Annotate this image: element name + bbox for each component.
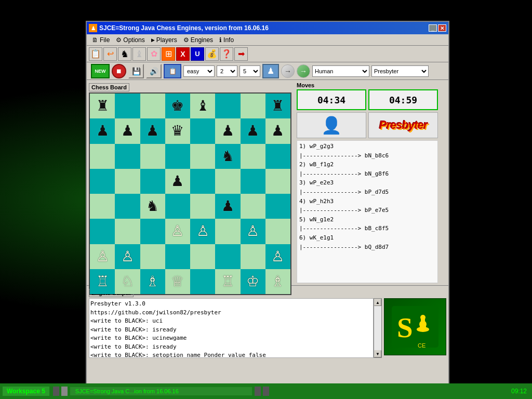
square-e1[interactable] <box>190 269 215 294</box>
square-f3[interactable] <box>215 219 240 244</box>
stop-button[interactable]: ⏹ <box>112 64 126 78</box>
sound-button[interactable]: 🔊 <box>146 64 162 78</box>
help-button[interactable]: ❓ <box>220 47 233 61</box>
black-engine-select[interactable]: PresbyterOther <box>371 65 429 77</box>
square-c7[interactable]: ♟ <box>140 118 165 143</box>
close-button[interactable]: ✕ <box>438 24 446 32</box>
export-button[interactable]: ➡ <box>234 47 248 61</box>
square-a6[interactable] <box>90 144 115 169</box>
square-h8[interactable]: ♜ <box>265 94 290 118</box>
menu-options[interactable]: ⚙ Options <box>113 35 148 45</box>
square-b7[interactable]: ♟ <box>115 118 140 143</box>
square-f2[interactable] <box>215 244 240 269</box>
square-b5[interactable] <box>115 169 140 194</box>
undo-button[interactable]: ↩ <box>103 47 117 61</box>
square-h6[interactable] <box>265 144 290 169</box>
log-button[interactable]: 📋 <box>89 47 102 61</box>
square-f4[interactable]: ♟ <box>215 194 240 219</box>
workspace-indicator-4[interactable] <box>263 387 269 396</box>
square-d3[interactable]: ♙ <box>165 219 190 244</box>
menu-players[interactable]: ▶ Players <box>148 35 180 45</box>
square-a2[interactable]: ♙ <box>90 244 115 269</box>
square-a8[interactable]: ♜ <box>90 94 115 118</box>
square-g1[interactable]: ♔ <box>241 269 265 294</box>
square-f8[interactable] <box>215 94 240 118</box>
mode-button[interactable]: 📋 <box>164 64 181 78</box>
square-e7[interactable] <box>190 118 215 143</box>
knight-button[interactable]: ♞ <box>118 47 131 61</box>
bishop-button[interactable]: ♝ <box>132 47 146 61</box>
square-g5[interactable] <box>241 169 265 194</box>
square-b4[interactable] <box>115 194 140 219</box>
save-button[interactable]: 💾 <box>128 64 144 78</box>
taskbar-app-button[interactable]: SJCE=Strong Java C...ion from 16.06.16 <box>70 387 252 395</box>
moves-list[interactable]: 1) wP_g2g3 |----------------> bN_b8c62) … <box>297 140 438 283</box>
x-button[interactable]: X <box>176 47 190 61</box>
square-h2[interactable]: ♙ <box>265 244 290 269</box>
square-c6[interactable] <box>140 144 165 169</box>
square-a1[interactable]: ♖ <box>90 269 115 294</box>
engine-scrollbar[interactable]: ▲ ▼ <box>374 298 382 358</box>
square-c1[interactable]: ♗ <box>140 269 165 294</box>
menu-info[interactable]: ℹ Info <box>216 35 237 45</box>
grid-button[interactable]: ⊞ <box>162 47 175 61</box>
square-d5[interactable]: ♟ <box>165 169 190 194</box>
square-g2[interactable] <box>241 244 265 269</box>
square-c4[interactable]: ♞ <box>140 194 165 219</box>
square-g6[interactable] <box>241 144 265 169</box>
level2-select[interactable]: 12345678 <box>240 65 260 77</box>
menu-file[interactable]: 🗎 File <box>89 35 113 45</box>
square-d6[interactable] <box>165 144 190 169</box>
engine-output-text[interactable]: Presbyter v1.3.0https://github.com/jwils… <box>89 298 374 358</box>
menu-engines[interactable]: ⚙ Engines <box>180 35 216 45</box>
workspace-indicator-2[interactable] <box>61 387 68 396</box>
square-g4[interactable] <box>241 194 265 219</box>
square-g8[interactable] <box>241 94 265 118</box>
square-d1[interactable]: ♕ <box>165 269 190 294</box>
flower-button[interactable]: ✿ <box>147 47 161 61</box>
square-b3[interactable] <box>115 219 140 244</box>
square-f6[interactable]: ♞ <box>215 144 240 169</box>
white-player-select[interactable]: HumanComputer <box>312 65 369 77</box>
square-a5[interactable] <box>90 169 115 194</box>
square-h5[interactable] <box>265 169 290 194</box>
square-d7[interactable]: ♛ <box>165 118 190 143</box>
square-e3[interactable]: ♙ <box>190 219 215 244</box>
workspace-label[interactable]: Workspace 5 <box>3 387 49 396</box>
square-h3[interactable] <box>265 219 290 244</box>
square-b2[interactable]: ♙ <box>115 244 140 269</box>
square-c8[interactable] <box>140 94 165 118</box>
square-d2[interactable] <box>165 244 190 269</box>
workspace-indicator-3[interactable] <box>255 387 261 396</box>
square-f5[interactable] <box>215 169 240 194</box>
new-game-button[interactable]: NEW <box>91 64 110 78</box>
square-c2[interactable] <box>140 244 165 269</box>
square-a4[interactable] <box>90 194 115 219</box>
square-c5[interactable] <box>140 169 165 194</box>
u-button[interactable]: U <box>191 47 204 61</box>
square-e8[interactable]: ♝ <box>190 94 215 118</box>
square-h1[interactable]: ♗ <box>265 269 290 294</box>
square-a7[interactable]: ♟ <box>90 118 115 143</box>
next-arrow-button[interactable]: → <box>297 64 310 78</box>
coins-button[interactable]: 💰 <box>205 47 219 61</box>
square-e5[interactable] <box>190 169 215 194</box>
scroll-up-button[interactable]: ▲ <box>374 299 381 306</box>
square-f1[interactable]: ♖ <box>215 269 240 294</box>
square-b6[interactable] <box>115 144 140 169</box>
square-e4[interactable] <box>190 194 215 219</box>
chess-board[interactable]: ♜♚♝♜♟♟♟♛♟♟♟♞♟♞♟♙♙♙♙♙♙♖♘♗♕♖♔♗ <box>89 92 291 295</box>
square-f7[interactable]: ♟ <box>215 118 240 143</box>
workspace-indicator-1[interactable] <box>53 387 59 396</box>
minimize-button[interactable]: _ <box>429 24 437 32</box>
scroll-down-button[interactable]: ▼ <box>374 350 381 357</box>
square-e6[interactable] <box>190 144 215 169</box>
level1-select[interactable]: 12345 <box>217 65 237 77</box>
prev-arrow-button[interactable]: → <box>281 64 295 78</box>
square-b1[interactable]: ♘ <box>115 269 140 294</box>
board-button[interactable]: ♟ <box>262 64 279 78</box>
square-d8[interactable]: ♚ <box>165 94 190 118</box>
square-c3[interactable] <box>140 219 165 244</box>
square-h4[interactable] <box>265 194 290 219</box>
square-a3[interactable] <box>90 219 115 244</box>
